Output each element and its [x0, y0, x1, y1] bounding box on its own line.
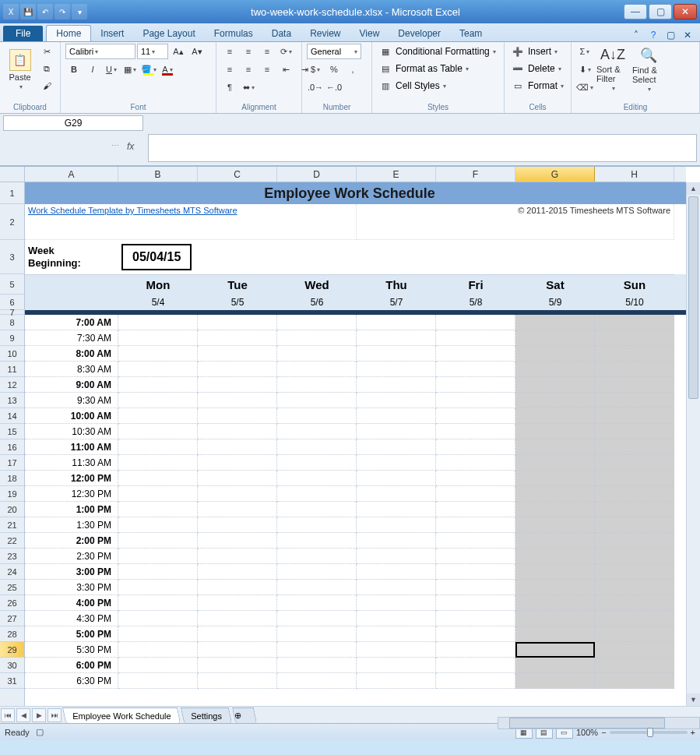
- cell[interactable]: [277, 595, 357, 611]
- cell[interactable]: [357, 315, 436, 330]
- cell[interactable]: [198, 439, 277, 455]
- cell[interactable]: [515, 471, 595, 486]
- cell[interactable]: [277, 471, 357, 486]
- cell[interactable]: [436, 362, 515, 377]
- cell[interactable]: [515, 611, 595, 626]
- minimize-button[interactable]: —: [624, 4, 647, 19]
- cell[interactable]: [118, 362, 198, 377]
- row-header-18[interactable]: 18: [0, 471, 24, 486]
- cell[interactable]: [595, 595, 674, 611]
- cell[interactable]: [436, 642, 515, 658]
- cell-styles-button[interactable]: ▥Cell Styles▾: [377, 78, 446, 93]
- cell[interactable]: [595, 362, 674, 377]
- qat-more-icon[interactable]: ▾: [72, 4, 87, 19]
- cell[interactable]: [515, 486, 595, 502]
- cell[interactable]: [357, 564, 436, 580]
- cell[interactable]: [595, 393, 674, 408]
- cell[interactable]: [515, 346, 595, 362]
- cell[interactable]: [595, 439, 674, 455]
- cell[interactable]: 05/04/15: [118, 240, 198, 274]
- cell[interactable]: [515, 502, 595, 517]
- macro-record-icon[interactable]: ▢: [36, 727, 44, 737]
- cell[interactable]: [198, 549, 277, 564]
- tab-home[interactable]: Home: [46, 25, 91, 41]
- cell[interactable]: [357, 362, 436, 377]
- cell[interactable]: [436, 240, 515, 274]
- cell[interactable]: [198, 673, 277, 689]
- row-header-19[interactable]: 19: [0, 486, 24, 502]
- col-header-G[interactable]: G: [515, 167, 595, 182]
- cell[interactable]: [436, 315, 515, 330]
- conditional-formatting-button[interactable]: ▦Conditional Formatting▾: [377, 44, 496, 59]
- cell[interactable]: [118, 408, 198, 424]
- comma-icon[interactable]: ,: [344, 62, 361, 77]
- cell[interactable]: [595, 346, 674, 362]
- formula-bar[interactable]: ⋯ fx: [148, 134, 697, 162]
- row-header-28[interactable]: 28: [0, 626, 24, 642]
- cell[interactable]: [436, 486, 515, 502]
- cell[interactable]: [277, 533, 357, 549]
- cell[interactable]: [595, 673, 674, 689]
- bold-button[interactable]: B: [65, 62, 83, 77]
- cell[interactable]: [595, 424, 674, 439]
- row-header-22[interactable]: 22: [0, 533, 24, 549]
- cells-delete-button[interactable]: ➖Delete▾: [509, 61, 561, 76]
- cell[interactable]: [357, 533, 436, 549]
- cell[interactable]: [198, 642, 277, 658]
- col-header-D[interactable]: D: [277, 167, 357, 182]
- cell[interactable]: [118, 658, 198, 673]
- cell[interactable]: [277, 517, 357, 533]
- cell[interactable]: [357, 502, 436, 517]
- tab-view[interactable]: View: [350, 26, 389, 41]
- row-header-25[interactable]: 25: [0, 580, 24, 595]
- cell[interactable]: [118, 424, 198, 439]
- cell[interactable]: [357, 673, 436, 689]
- cell[interactable]: [25, 295, 118, 310]
- cell[interactable]: [595, 642, 674, 658]
- tab-review[interactable]: Review: [301, 26, 350, 41]
- cell[interactable]: [515, 315, 595, 330]
- week-date-input[interactable]: 05/04/15: [121, 244, 192, 270]
- cell[interactable]: [277, 626, 357, 642]
- cell[interactable]: [357, 471, 436, 486]
- cell[interactable]: [198, 362, 277, 377]
- cell[interactable]: [118, 377, 198, 393]
- row-header-12[interactable]: 12: [0, 377, 24, 393]
- close-button[interactable]: ✕: [674, 4, 697, 19]
- cell[interactable]: [277, 549, 357, 564]
- cell[interactable]: [595, 580, 674, 595]
- cell[interactable]: [436, 455, 515, 471]
- align-middle-icon[interactable]: ≡: [240, 44, 257, 59]
- cell[interactable]: [357, 330, 436, 346]
- cell[interactable]: [515, 595, 595, 611]
- cell[interactable]: [595, 471, 674, 486]
- orientation-icon[interactable]: ⟳▾: [277, 44, 294, 59]
- row-header-2[interactable]: 2: [0, 204, 24, 240]
- new-sheet-button[interactable]: ⊕: [232, 707, 257, 723]
- cell[interactable]: [277, 377, 357, 393]
- font-name-combo[interactable]: Calibri▾: [65, 44, 135, 59]
- excel-icon[interactable]: X: [3, 4, 19, 19]
- cell[interactable]: [118, 549, 198, 564]
- cell[interactable]: [436, 673, 515, 689]
- cell[interactable]: [277, 393, 357, 408]
- shrink-font-icon[interactable]: A▾: [188, 44, 206, 59]
- cell[interactable]: [118, 564, 198, 580]
- cell[interactable]: [277, 330, 357, 346]
- cell[interactable]: [595, 377, 674, 393]
- align-center-icon[interactable]: ≡: [240, 62, 257, 77]
- cell[interactable]: [436, 424, 515, 439]
- cell[interactable]: [436, 471, 515, 486]
- cell[interactable]: [118, 346, 198, 362]
- align-bottom-icon[interactable]: ≡: [259, 44, 276, 59]
- cell[interactable]: [436, 346, 515, 362]
- cell[interactable]: [198, 486, 277, 502]
- cell[interactable]: [118, 330, 198, 346]
- cell[interactable]: [277, 642, 357, 658]
- cell[interactable]: [515, 455, 595, 471]
- col-header-A[interactable]: A: [25, 167, 118, 182]
- row-header-24[interactable]: 24: [0, 564, 24, 580]
- row-header-17[interactable]: 17: [0, 455, 24, 471]
- cell[interactable]: [277, 564, 357, 580]
- tab-developer[interactable]: Developer: [389, 26, 450, 41]
